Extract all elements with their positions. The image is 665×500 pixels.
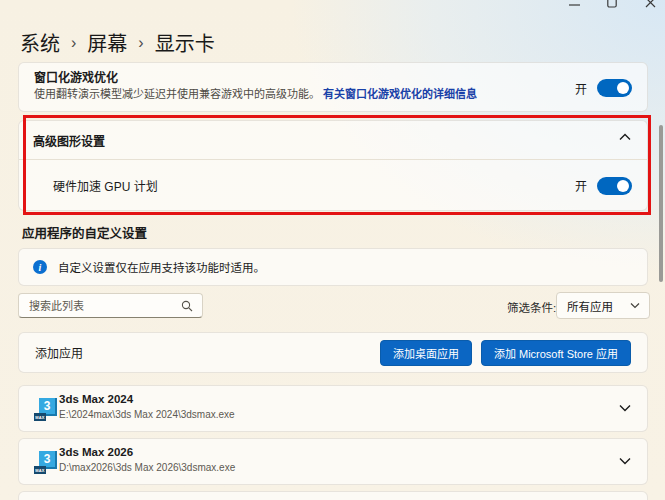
info-text: 自定义设置仅在应用支持该功能时适用。 — [58, 259, 265, 275]
app-path: D:\max2026\3ds Max 2026\3dsmax.exe — [59, 462, 235, 473]
windowed-games-toggle[interactable] — [597, 79, 632, 97]
advanced-graphics-title: 高级图形设置 — [33, 132, 105, 149]
3ds-max-app-icon: 3 MAX — [34, 451, 57, 474]
advanced-graphics-header[interactable]: 高级图形设置 — [19, 121, 647, 159]
app-name: 3ds Max 2024 — [59, 393, 133, 405]
search-box — [18, 293, 203, 318]
add-app-label: 添加应用 — [35, 344, 83, 361]
gpu-scheduling-row: 硬件加速 GPU 计划 开 — [19, 160, 647, 211]
windowed-games-title: 窗口化游戏优化 — [34, 70, 632, 86]
chevron-down-icon[interactable] — [619, 457, 631, 465]
info-bar: i 自定义设置仅在应用支持该功能时适用。 — [18, 248, 648, 286]
windowed-games-toggle-label: 开 — [575, 80, 587, 97]
breadcrumb-display[interactable]: 屏幕 — [87, 28, 127, 57]
search-input[interactable] — [19, 300, 181, 312]
chevron-up-icon[interactable] — [619, 133, 631, 141]
windowed-games-description: 使用翻转演示模型减少延迟并使用兼容游戏中的高级功能。 — [34, 88, 320, 100]
breadcrumb-system[interactable]: 系统 — [20, 28, 60, 57]
scrollbar-thumb[interactable] — [659, 125, 663, 282]
app-name: 3ds Max 2026 — [59, 446, 133, 458]
window-controls — [563, 0, 661, 11]
minimize-icon[interactable] — [563, 0, 585, 11]
filter-dropdown[interactable]: 所有应用 — [556, 292, 650, 319]
gpu-scheduling-label: 硬件加速 GPU 计划 — [53, 177, 158, 194]
chevron-down-icon — [630, 302, 640, 309]
close-icon[interactable] — [639, 0, 661, 11]
filter-label: 筛选条件: — [507, 299, 556, 315]
chevron-down-icon[interactable] — [619, 404, 631, 412]
app-row-3ds-max-2024[interactable]: 3 MAX 3ds Max 2024 E:\2024max\3ds Max 20… — [18, 385, 648, 432]
search-icon[interactable] — [181, 300, 193, 312]
windowed-games-optimization-card: 窗口化游戏优化 使用翻转演示模型减少延迟并使用兼容游戏中的高级功能。 有关窗口化… — [18, 62, 648, 112]
advanced-graphics-card: 高级图形设置 硬件加速 GPU 计划 开 — [18, 120, 648, 211]
windowed-games-info-link[interactable]: 有关窗口化游戏优化的详细信息 — [323, 88, 477, 100]
custom-settings-heading: 应用程序的自定义设置 — [22, 223, 147, 242]
app-row-partial[interactable] — [18, 491, 648, 500]
breadcrumb-separator-icon: › — [70, 34, 77, 52]
gpu-scheduling-toggle-label: 开 — [575, 177, 587, 194]
info-icon: i — [33, 260, 47, 274]
gpu-scheduling-toggle[interactable] — [597, 177, 632, 195]
3ds-max-app-icon: 3 MAX — [34, 398, 57, 421]
app-path: E:\2024max\3ds Max 2024\3dsmax.exe — [59, 409, 235, 420]
settings-window: 系统 › 屏幕 › 显示卡 窗口化游戏优化 使用翻转演示模型减少延迟并使用兼容游… — [0, 0, 665, 500]
add-app-card: 添加应用 添加桌面应用 添加 Microsoft Store 应用 — [18, 332, 648, 373]
add-desktop-app-button[interactable]: 添加桌面应用 — [380, 340, 472, 366]
app-row-3ds-max-2026[interactable]: 3 MAX 3ds Max 2026 D:\max2026\3ds Max 20… — [18, 438, 648, 485]
breadcrumb: 系统 › 屏幕 › 显示卡 — [20, 28, 215, 57]
breadcrumb-separator-icon: › — [137, 34, 144, 52]
breadcrumb-graphics: 显示卡 — [155, 28, 215, 57]
maximize-icon[interactable] — [601, 0, 623, 11]
add-store-app-button[interactable]: 添加 Microsoft Store 应用 — [481, 340, 631, 366]
filter-selected-value: 所有应用 — [567, 298, 613, 314]
